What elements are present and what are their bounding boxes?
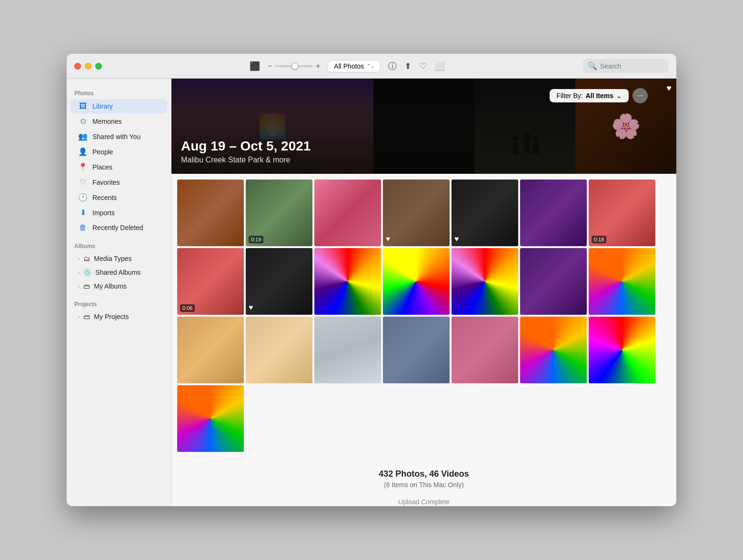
sidebar-item-label: Shared with You bbox=[92, 133, 141, 140]
minimize-button[interactable] bbox=[85, 63, 91, 70]
zoom-slider[interactable] bbox=[275, 65, 313, 67]
svg-point-4 bbox=[423, 108, 430, 114]
filter-chevron-icon: ⌄ bbox=[616, 92, 622, 100]
photo-cell[interactable] bbox=[452, 317, 518, 383]
stats-sub: (6 Items on This Mac Only) bbox=[179, 481, 669, 489]
photo-cell[interactable] bbox=[520, 317, 587, 383]
photo-cell[interactable] bbox=[383, 248, 450, 315]
photo-cell[interactable] bbox=[314, 248, 381, 315]
zoom-out-button[interactable]: − bbox=[268, 62, 272, 70]
svg-point-12 bbox=[532, 136, 538, 141]
share-icon[interactable]: ⬆ bbox=[404, 61, 412, 71]
recents-icon: 🕐 bbox=[78, 193, 88, 202]
photo-cell[interactable] bbox=[246, 317, 312, 383]
filter-button[interactable]: Filter By: All Items ⌄ bbox=[550, 89, 629, 102]
photo-cell[interactable] bbox=[383, 317, 450, 383]
zoom-slider-thumb bbox=[291, 63, 298, 70]
app-window: ⬛ − + All Photos ⌃⌄ ⓘ ⬆ ♡ ⬜ 🔍 bbox=[67, 54, 676, 506]
sidebar-group-label: Media Types bbox=[94, 255, 131, 262]
sidebar-item-favorites[interactable]: ♡ Favorites bbox=[70, 175, 167, 190]
sidebar-group-my-albums[interactable]: › 🗃 My Albums bbox=[70, 280, 167, 293]
photo-cell[interactable]: ♥ bbox=[452, 180, 518, 246]
svg-rect-7 bbox=[432, 117, 439, 130]
filter-value: All Items bbox=[586, 92, 613, 100]
sidebar-item-imports[interactable]: ⬇ Imports bbox=[70, 205, 167, 220]
duration-badge: 0:06 bbox=[180, 304, 195, 312]
featured-location: Malibu Creek State Park & more bbox=[181, 156, 311, 164]
fullscreen-button[interactable] bbox=[95, 63, 102, 70]
heart-badge: ♥ bbox=[249, 303, 253, 312]
photo-cell[interactable]: ♥ bbox=[383, 180, 450, 246]
content-area: 🌅 bbox=[171, 79, 676, 506]
sidebar-item-people[interactable]: 👤 People bbox=[70, 144, 167, 159]
sidebar-group-label: My Albums bbox=[94, 282, 126, 290]
sidebar-group-shared-albums[interactable]: › 💿 Shared Albums bbox=[70, 266, 167, 279]
places-icon: 📍 bbox=[78, 162, 88, 171]
sidebar-item-label: Library bbox=[92, 102, 113, 110]
footer-stats: 432 Photos, 46 Videos (6 Items on This M… bbox=[171, 458, 676, 492]
svg-point-0 bbox=[411, 108, 418, 116]
display-mode-icon[interactable]: ⬛ bbox=[250, 61, 260, 71]
sidebar-item-label: Recents bbox=[92, 194, 117, 201]
titlebar: ⬛ − + All Photos ⌃⌄ ⓘ ⬆ ♡ ⬜ 🔍 bbox=[67, 54, 676, 79]
sidebar-item-library[interactable]: 🖼 Library bbox=[70, 99, 167, 113]
banner-image-2 bbox=[373, 79, 474, 174]
recently-deleted-icon: 🗑 bbox=[78, 223, 88, 232]
photo-grid: 0:19♥♥0:180:06♥ bbox=[171, 174, 676, 458]
photos-section-label: Photos bbox=[67, 86, 171, 99]
media-types-icon: 🗂 bbox=[83, 255, 90, 262]
svg-rect-9 bbox=[512, 142, 518, 154]
photo-cell[interactable] bbox=[314, 317, 381, 383]
svg-rect-5 bbox=[423, 115, 430, 129]
zoom-control: − + bbox=[268, 62, 321, 70]
photo-cell[interactable] bbox=[589, 317, 655, 383]
heart-icon[interactable]: ♡ bbox=[419, 61, 427, 71]
photo-cell[interactable]: 0:06 bbox=[177, 248, 244, 315]
photo-cell[interactable] bbox=[452, 248, 518, 315]
chevron-right-icon: › bbox=[78, 270, 80, 275]
photo-cell[interactable] bbox=[177, 180, 244, 246]
photo-cell[interactable] bbox=[314, 180, 381, 246]
sidebar-item-recents[interactable]: 🕐 Recents bbox=[70, 190, 167, 205]
shared-albums-icon: 💿 bbox=[83, 269, 91, 276]
zoom-in-button[interactable]: + bbox=[316, 62, 320, 70]
photo-cell[interactable] bbox=[520, 248, 587, 315]
svg-rect-11 bbox=[524, 141, 530, 153]
sidebar-item-label: People bbox=[92, 148, 113, 156]
my-albums-icon: 🗃 bbox=[83, 282, 90, 290]
filter-bar: Filter By: All Items ⌄ ··· bbox=[550, 88, 648, 103]
search-icon: 🔍 bbox=[588, 61, 597, 70]
more-options-button[interactable]: ··· bbox=[633, 88, 648, 103]
duration-badge: 0:19 bbox=[249, 236, 263, 243]
heart-badge: ♥ bbox=[454, 235, 459, 243]
svg-point-10 bbox=[524, 133, 531, 140]
all-photos-button[interactable]: All Photos ⌃⌄ bbox=[328, 60, 381, 72]
search-input[interactable] bbox=[600, 62, 664, 70]
sidebar-item-places[interactable]: 📍 Places bbox=[70, 160, 167, 174]
photo-cell[interactable]: 0:19 bbox=[246, 180, 312, 246]
stats-main: 432 Photos, 46 Videos bbox=[179, 469, 669, 479]
photo-cell[interactable] bbox=[177, 385, 244, 452]
shared-with-you-icon: 👥 bbox=[78, 132, 88, 141]
photo-cell[interactable]: ♥ bbox=[246, 248, 312, 315]
photo-cell[interactable] bbox=[520, 180, 587, 246]
crop-icon[interactable]: ⬜ bbox=[434, 61, 445, 71]
photo-cell[interactable] bbox=[177, 317, 244, 383]
search-box[interactable]: 🔍 bbox=[583, 59, 669, 73]
upload-status: Upload Complete bbox=[171, 492, 676, 506]
photo-cell[interactable]: 0:18 bbox=[589, 180, 655, 246]
sidebar-group-my-projects[interactable]: › 🗃 My Projects bbox=[70, 310, 167, 323]
sidebar-item-memories[interactable]: ⊙ Memories bbox=[70, 114, 167, 129]
sidebar-item-shared-with-you[interactable]: 👥 Shared with You bbox=[70, 129, 167, 144]
sidebar-group-media-types[interactable]: › 🗂 Media Types bbox=[70, 252, 167, 265]
featured-banner[interactable]: 🌅 bbox=[171, 79, 676, 174]
info-icon[interactable]: ⓘ bbox=[388, 60, 397, 72]
photo-cell[interactable] bbox=[589, 248, 655, 315]
people-icon: 👤 bbox=[78, 147, 88, 156]
filter-label: Filter By: bbox=[556, 92, 582, 100]
imports-icon: ⬇ bbox=[78, 208, 88, 217]
toolbar-center: ⬛ − + All Photos ⌃⌄ ⓘ ⬆ ♡ ⬜ bbox=[111, 60, 583, 72]
close-button[interactable] bbox=[74, 63, 81, 70]
sidebar-item-recently-deleted[interactable]: 🗑 Recently Deleted bbox=[70, 220, 167, 235]
sidebar-group-label: My Projects bbox=[94, 313, 129, 320]
